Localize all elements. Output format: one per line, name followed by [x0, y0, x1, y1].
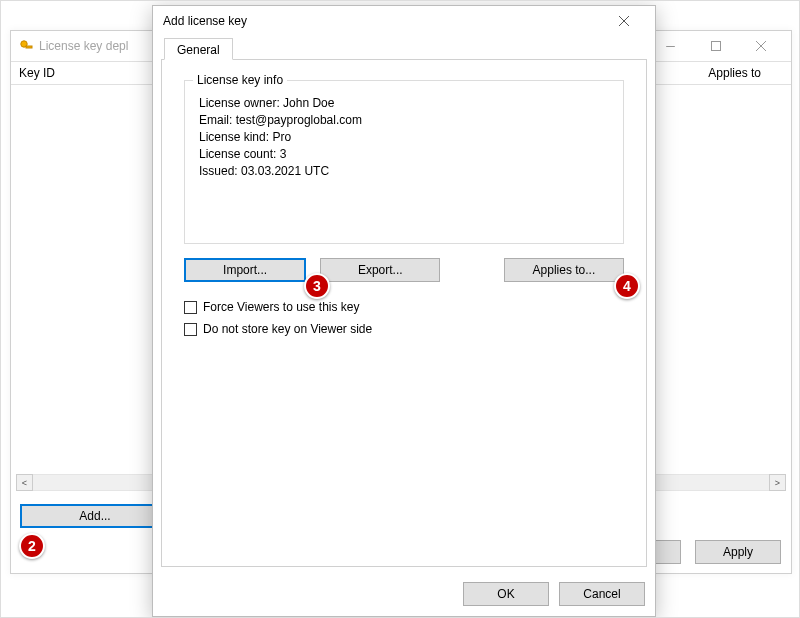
add-button[interactable]: Add...	[20, 504, 170, 528]
dialog-titlebar: Add license key	[153, 6, 655, 36]
force-viewers-label: Force Viewers to use this key	[203, 300, 360, 314]
maximize-button[interactable]	[693, 32, 738, 60]
force-viewers-checkbox[interactable]	[184, 301, 197, 314]
col-appliesto[interactable]: Applies to	[708, 66, 791, 80]
badge-4: 4	[614, 273, 640, 299]
license-info-group: License key info License owner: John Doe…	[184, 80, 624, 244]
import-button[interactable]: Import...	[184, 258, 306, 282]
no-store-label: Do not store key on Viewer side	[203, 322, 372, 336]
dialog-panel: License key info License owner: John Doe…	[161, 59, 647, 567]
add-license-dialog: Add license key General License key info…	[152, 5, 656, 617]
no-store-checkbox[interactable]	[184, 323, 197, 336]
license-issued: Issued: 03.03.2021 UTC	[199, 163, 362, 180]
close-button[interactable]	[738, 32, 783, 60]
license-count: License count: 3	[199, 146, 362, 163]
cancel-button[interactable]: Cancel	[559, 582, 645, 606]
background-title: License key depl	[39, 39, 128, 53]
applies-to-button[interactable]: Applies to...	[504, 258, 624, 282]
svg-rect-1	[26, 46, 32, 48]
dialog-title: Add license key	[163, 14, 247, 28]
ok-button[interactable]: OK	[463, 582, 549, 606]
license-info-legend: License key info	[193, 73, 287, 87]
scroll-left-button[interactable]: <	[16, 474, 33, 491]
svg-rect-2	[711, 42, 720, 51]
scroll-right-button[interactable]: >	[769, 474, 786, 491]
col-keyid[interactable]: Key ID	[19, 66, 115, 80]
license-owner: License owner: John Doe	[199, 95, 362, 112]
export-button[interactable]: Export...	[320, 258, 440, 282]
license-kind: License kind: Pro	[199, 129, 362, 146]
badge-3: 3	[304, 273, 330, 299]
dialog-close-button[interactable]	[603, 7, 645, 35]
tab-general[interactable]: General	[164, 38, 233, 60]
badge-2: 2	[19, 533, 45, 559]
license-email: Email: test@payproglobal.com	[199, 112, 362, 129]
key-icon	[19, 39, 33, 53]
apply-button[interactable]: Apply	[695, 540, 781, 564]
license-info-text: License owner: John Doe Email: test@payp…	[199, 95, 362, 180]
